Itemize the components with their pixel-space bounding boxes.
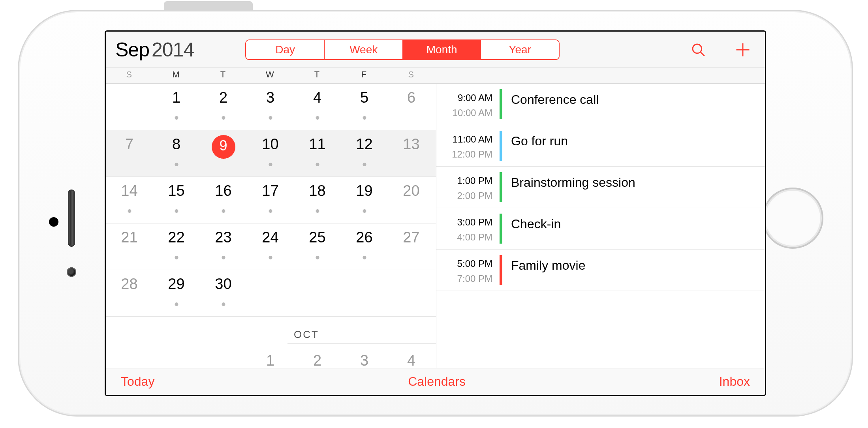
event-row[interactable]: 11:00 AM12:00 PMGo for run [436, 125, 765, 167]
event-dot [222, 116, 225, 120]
day-cell[interactable]: 17 [247, 177, 294, 223]
bottom-toolbar: Today Calendars Inbox [106, 368, 765, 395]
event-start: 1:00 PM [436, 175, 492, 186]
week-row: 282930 [106, 270, 436, 317]
phone-camera [67, 267, 76, 277]
day-cell[interactable]: 30 [200, 270, 247, 316]
day-cell[interactable]: 15 [153, 177, 200, 223]
event-dot [269, 163, 272, 166]
day-cell[interactable]: 20 [388, 177, 435, 223]
event-dot [363, 163, 366, 166]
day-number: 6 [388, 84, 435, 106]
day-cell[interactable]: 8 [153, 130, 200, 176]
day-number: 22 [153, 223, 200, 246]
day-cell[interactable]: 4 [294, 84, 341, 130]
day-cell[interactable]: 16 [200, 177, 247, 223]
event-title: Check-in [502, 208, 561, 249]
day-cell[interactable]: 29 [153, 270, 200, 316]
event-dot [363, 116, 366, 120]
day-cell[interactable]: 13 [388, 130, 435, 176]
inbox-button[interactable]: Inbox [719, 374, 750, 389]
event-start: 3:00 PM [436, 217, 492, 228]
day-number: 8 [153, 130, 200, 153]
day-cell[interactable]: 4 [388, 344, 435, 368]
event-row[interactable]: 9:00 AM10:00 AMConference call [436, 84, 765, 125]
day-cell[interactable]: 23 [200, 223, 247, 270]
day-cell[interactable]: 22 [153, 223, 200, 270]
day-cell[interactable]: 11 [294, 130, 341, 176]
event-dot [269, 116, 272, 120]
event-dot [128, 209, 131, 213]
event-end: 4:00 PM [436, 232, 492, 243]
month-year-title[interactable]: Sep2014 [115, 38, 194, 61]
day-cell[interactable]: 19 [341, 177, 388, 223]
event-end: 12:00 PM [436, 149, 492, 160]
week-row: 14151617181920 [106, 177, 436, 223]
event-list[interactable]: 9:00 AM10:00 AMConference call11:00 AM12… [436, 84, 765, 368]
day-cell[interactable]: 5 [341, 84, 388, 130]
day-number: 14 [106, 177, 153, 199]
today-button[interactable]: Today [121, 374, 154, 389]
event-title: Family movie [502, 250, 585, 291]
screen: Sep2014 DayWeekMonthYear SMTWTFS 1234567… [105, 30, 766, 396]
event-row[interactable]: 3:00 PM4:00 PMCheck-in [436, 208, 765, 250]
event-row[interactable]: 5:00 PM7:00 PMFamily movie [436, 250, 765, 291]
segment-day[interactable]: Day [246, 40, 324, 59]
event-dot [175, 163, 178, 166]
segment-month[interactable]: Month [402, 40, 481, 59]
day-cell[interactable]: 28 [106, 270, 153, 316]
day-cell[interactable]: 10 [247, 130, 294, 176]
day-number [341, 270, 388, 276]
day-of-week-header: SMTWTFS [106, 68, 765, 84]
day-cell: 0 [106, 344, 153, 368]
event-title: Conference call [502, 84, 599, 125]
day-cell-today[interactable]: 9 [200, 130, 247, 176]
day-cell[interactable]: 14 [106, 177, 153, 223]
event-dot [222, 209, 225, 213]
phone-home-button[interactable] [762, 188, 823, 249]
add-icon[interactable] [734, 41, 752, 58]
segment-year[interactable]: Year [481, 40, 559, 59]
event-end: 7:00 PM [436, 273, 492, 284]
day-cell[interactable]: 2 [294, 344, 341, 368]
day-cell: 0 [153, 344, 200, 368]
calendars-button[interactable]: Calendars [154, 374, 719, 389]
segment-week[interactable]: Week [324, 40, 402, 59]
day-cell[interactable]: 18 [294, 177, 341, 223]
day-cell[interactable]: 3 [247, 84, 294, 130]
next-month-label: OCT [294, 329, 319, 341]
day-number: 3 [247, 84, 294, 106]
day-number: 4 [388, 344, 435, 368]
day-cell[interactable]: 1 [153, 84, 200, 130]
day-cell[interactable]: 1 [247, 344, 294, 368]
day-cell[interactable]: 3 [341, 344, 388, 368]
day-cell [106, 84, 153, 130]
event-dot [363, 209, 366, 213]
day-cell[interactable]: 12 [341, 130, 388, 176]
day-number: 5 [341, 84, 388, 106]
day-cell[interactable]: 2 [200, 84, 247, 130]
day-number: 16 [200, 177, 247, 199]
day-cell[interactable]: 21 [106, 223, 153, 270]
day-number: 17 [247, 177, 294, 199]
event-color-bar [500, 255, 502, 285]
event-dot [175, 256, 178, 259]
day-cell[interactable]: 6 [388, 84, 435, 130]
month-grid: 1234567891011121314151617181920212223242… [106, 84, 436, 368]
day-number: 21 [106, 223, 153, 246]
day-cell[interactable]: 7 [106, 130, 153, 176]
month-label: Sep [115, 39, 149, 61]
event-color-bar [500, 214, 502, 244]
day-number: 27 [388, 223, 435, 246]
day-number: 2 [200, 84, 247, 106]
event-row[interactable]: 1:00 PM2:00 PMBrainstorming session [436, 167, 765, 208]
day-cell[interactable]: 26 [341, 223, 388, 270]
search-icon[interactable] [690, 41, 706, 58]
day-number: 1 [247, 344, 294, 368]
day-cell[interactable]: 27 [388, 223, 435, 270]
event-dot [316, 163, 319, 166]
day-cell[interactable]: 25 [294, 223, 341, 270]
event-color-bar [500, 172, 502, 202]
day-cell[interactable]: 24 [247, 223, 294, 270]
day-cell [388, 270, 435, 316]
